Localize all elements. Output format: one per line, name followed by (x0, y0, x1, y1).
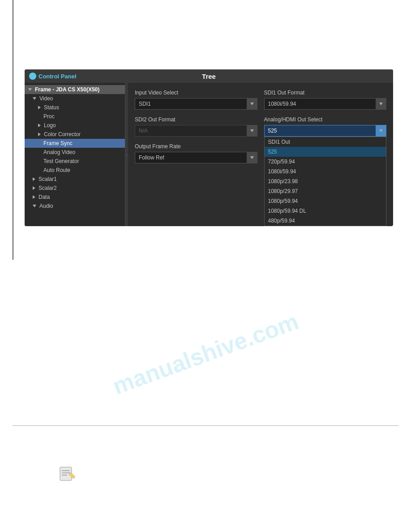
arrow-down-icon (33, 97, 36, 100)
arrow-right-icon (33, 186, 35, 190)
control-panel: Control Panel Tree Frame - JDA CS X50(X5… (25, 69, 393, 226)
sidebar-item-test-generator[interactable]: Test Generator (25, 157, 125, 166)
frame-label: Frame - JDA CS X50(X50) (35, 86, 99, 93)
sidebar-item-color-corrector[interactable]: Color Corrector (25, 130, 125, 139)
right-panel: Input Video Select SDI1 SDI1 Out Format … (128, 83, 393, 226)
sdi2-out-format-value: N/A (139, 128, 148, 134)
arrow-right-icon (38, 106, 41, 109)
sidebar: Frame - JDA CS X50(X50) Video Status Pro… (25, 83, 125, 226)
analog-hdmi-dropdown-list: SDI1 Out 525 720p/59.94 1080i/59.94 1080… (264, 137, 387, 226)
arrow-right-icon (38, 133, 41, 136)
input-video-select-group: Input Video Select SDI1 (135, 90, 257, 110)
sidebar-item-scalar1[interactable]: Scalar1 (25, 175, 125, 184)
main-content: Frame - JDA CS X50(X50) Video Status Pro… (25, 83, 393, 226)
watermark-text: manualshive.com (109, 308, 302, 400)
sidebar-item-label: Scalar2 (39, 185, 57, 191)
analog-hdmi-out-select-label: Analog/HDMI Out Select (264, 116, 387, 123)
sidebar-item-analog-video[interactable]: Analog Video (25, 148, 125, 157)
sdi1-out-format-wrapper: 1080i/59.94 (264, 98, 387, 110)
panel-title: Tree (202, 73, 216, 80)
sidebar-item-label: Proc (43, 113, 55, 120)
arrow-right-icon (33, 195, 35, 199)
note-icon (58, 465, 75, 482)
sidebar-item-label: Test Generator (43, 158, 79, 164)
dropdown-option-1080p2997[interactable]: 1080p/29.97 (265, 186, 386, 196)
sidebar-item-frame[interactable]: Frame - JDA CS X50(X50) (25, 85, 125, 94)
title-bar: Control Panel Tree (25, 69, 393, 83)
dropdown-option-525[interactable]: 525 (265, 147, 386, 157)
sdi1-out-format-select[interactable]: 1080i/59.94 (264, 98, 387, 110)
sidebar-item-logo[interactable]: Logo (25, 121, 125, 130)
sdi2-out-format-group: SDI2 Out Format N/A (135, 116, 257, 137)
note-icon-wrapper (58, 465, 75, 484)
sidebar-item-scalar2[interactable]: Scalar2 (25, 184, 125, 193)
cp-label: Control Panel (29, 73, 77, 80)
sidebar-item-label: Status (44, 104, 59, 111)
analog-hdmi-out-select-group: Analog/HDMI Out Select 525 SDI1 Out 525 … (264, 116, 387, 137)
dropdown-option-720p5994[interactable]: 720p/59.94 (265, 157, 386, 167)
sdi2-out-format-disabled: N/A (135, 125, 257, 137)
sidebar-item-proc[interactable]: Proc (25, 112, 125, 121)
sdi2-out-format-wrapper: N/A (135, 125, 257, 137)
output-frame-rate-group: Output Frame Rate Follow Ref (135, 143, 257, 163)
output-frame-rate-label: Output Frame Rate (135, 143, 257, 150)
sidebar-item-label: Color Corrector (44, 131, 81, 137)
sidebar-item-label: Logo (44, 122, 56, 129)
output-frame-rate-select[interactable]: Follow Ref (135, 152, 257, 163)
sidebar-item-auto-route[interactable]: Auto Route (25, 166, 125, 175)
arrow-down-icon (33, 205, 36, 207)
cp-icon (29, 73, 36, 80)
sidebar-item-label: Audio (39, 203, 53, 209)
arrow-down-icon (28, 88, 32, 91)
sidebar-item-label: Video (39, 95, 53, 102)
dropdown-option-1080p5994[interactable]: 1080p/59.94 (265, 196, 386, 206)
sidebar-item-label: Scalar1 (39, 176, 57, 182)
arrow-right-icon (33, 177, 35, 181)
sidebar-item-label: Data (39, 194, 50, 200)
cp-label-text: Control Panel (39, 73, 77, 80)
sdi2-out-format-label: SDI2 Out Format (135, 116, 257, 123)
output-frame-rate-wrapper: Follow Ref (135, 152, 257, 163)
dropdown-option-1080p5994dl[interactable]: 1080p/59.94 DL (265, 206, 386, 216)
dropdown-option-480p5994[interactable]: 480p/59.94 (265, 216, 386, 226)
sidebar-item-label: Auto Route (43, 167, 70, 173)
input-video-select[interactable]: SDI1 (135, 98, 257, 110)
analog-hdmi-dropdown-wrapper: 525 SDI1 Out 525 720p/59.94 1080i/59.94 … (264, 125, 387, 137)
analog-hdmi-selected-value: 525 (268, 128, 277, 134)
dropdown-option-1080i5994[interactable]: 1080i/59.94 (265, 167, 386, 176)
sdi1-out-format-label: SDI1 Out Format (264, 90, 387, 96)
sidebar-item-audio[interactable]: Audio (25, 202, 125, 210)
left-border (13, 0, 13, 260)
sidebar-item-label: Frame Sync (43, 140, 73, 146)
dropdown-option-1080p2398[interactable]: 1080p/23.98 (265, 176, 386, 186)
sidebar-item-label: Analog Video (43, 149, 75, 155)
sdi1-out-format-group: SDI1 Out Format 1080i/59.94 (264, 90, 387, 110)
dropdown-option-sdi1out[interactable]: SDI1 Out (265, 137, 386, 147)
input-video-select-wrapper: SDI1 (135, 98, 257, 110)
divider-line (13, 425, 398, 426)
input-video-select-label: Input Video Select (135, 90, 257, 96)
sidebar-item-status[interactable]: Status (25, 103, 125, 112)
sidebar-item-video[interactable]: Video (25, 94, 125, 103)
watermark-container: manualshive.com (0, 287, 411, 421)
arrow-right-icon (38, 124, 41, 127)
sidebar-item-data[interactable]: Data (25, 193, 125, 202)
analog-hdmi-selected[interactable]: 525 (264, 125, 387, 137)
sidebar-item-frame-sync[interactable]: Frame Sync (25, 139, 125, 148)
